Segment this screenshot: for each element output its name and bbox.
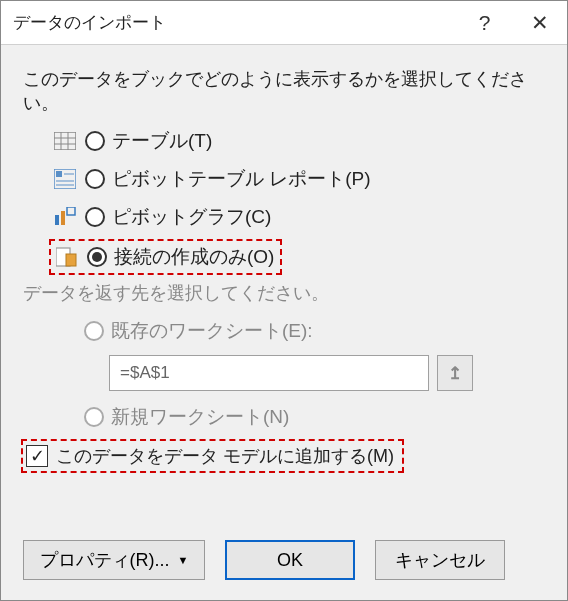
- highlight-add-model: ✓ このデータをデータ モデルに追加する(M): [21, 439, 404, 473]
- option-existing-sheet-label: 既存のワークシート(E):: [111, 318, 313, 344]
- import-dialog: データのインポート ? ✕ このデータをブックでどのように表示するかを選択してく…: [0, 0, 568, 601]
- cancel-button-label: キャンセル: [395, 548, 485, 572]
- location-prompt: データを返す先を選択してください。: [23, 281, 545, 305]
- svg-rect-12: [67, 207, 75, 215]
- pivot-table-icon: [52, 166, 78, 192]
- radio-table[interactable]: [85, 131, 105, 151]
- radio-pivot-chart[interactable]: [85, 207, 105, 227]
- option-pivot-table-label: ピボットテーブル レポート(P): [112, 166, 371, 192]
- option-table[interactable]: テーブル(T): [49, 125, 545, 157]
- pivot-chart-icon: [52, 204, 78, 230]
- add-to-model-row[interactable]: ✓ このデータをデータ モデルに追加する(M): [23, 441, 402, 471]
- option-existing-sheet: 既存のワークシート(E):: [81, 315, 545, 347]
- table-icon: [52, 128, 78, 154]
- option-pivot-chart[interactable]: ピボットグラフ(C): [49, 201, 545, 233]
- option-new-sheet-label: 新規ワークシート(N): [111, 404, 289, 430]
- dialog-content: このデータをブックでどのように表示するかを選択してください。 テーブル(T) ピ…: [1, 45, 567, 526]
- svg-rect-14: [66, 254, 76, 266]
- option-pivot-chart-label: ピボットグラフ(C): [112, 204, 271, 230]
- titlebar: データのインポート ? ✕: [1, 1, 567, 45]
- radio-connection-only[interactable]: [87, 247, 107, 267]
- radio-existing-sheet: [84, 321, 104, 341]
- option-table-label: テーブル(T): [112, 128, 212, 154]
- ok-button[interactable]: OK: [225, 540, 355, 580]
- svg-rect-11: [61, 211, 65, 225]
- svg-rect-10: [55, 215, 59, 225]
- range-selector-button[interactable]: ↥: [437, 355, 473, 391]
- add-to-model-label: このデータをデータ モデルに追加する(M): [56, 444, 394, 468]
- option-connection-only[interactable]: 接続の作成のみ(O): [51, 241, 280, 273]
- cancel-button[interactable]: キャンセル: [375, 540, 505, 580]
- radio-new-sheet: [84, 407, 104, 427]
- option-connection-only-label: 接続の作成のみ(O): [114, 244, 274, 270]
- display-prompt: このデータをブックでどのように表示するかを選択してください。: [23, 67, 545, 115]
- dialog-title: データのインポート: [13, 11, 457, 34]
- svg-rect-0: [54, 132, 76, 150]
- option-pivot-table[interactable]: ピボットテーブル レポート(P): [49, 163, 545, 195]
- highlight-connection-only: 接続の作成のみ(O): [49, 239, 282, 275]
- close-button[interactable]: ✕: [512, 1, 567, 45]
- properties-button[interactable]: プロパティ(R)... ▼: [23, 540, 205, 580]
- cell-reference-input[interactable]: [109, 355, 429, 391]
- connection-only-icon: [54, 244, 80, 270]
- radio-pivot-table[interactable]: [85, 169, 105, 189]
- svg-rect-6: [56, 171, 62, 177]
- chevron-down-icon: ▼: [178, 554, 189, 566]
- properties-button-label: プロパティ(R)...: [40, 548, 170, 572]
- display-option-group: テーブル(T) ピボットテーブル レポート(P) ピボットグラフ(C): [23, 125, 545, 275]
- help-button[interactable]: ?: [457, 1, 512, 45]
- ok-button-label: OK: [277, 550, 303, 571]
- add-to-model-checkbox[interactable]: ✓: [26, 445, 48, 467]
- dialog-footer: プロパティ(R)... ▼ OK キャンセル: [1, 526, 567, 600]
- option-new-sheet: 新規ワークシート(N): [81, 401, 545, 433]
